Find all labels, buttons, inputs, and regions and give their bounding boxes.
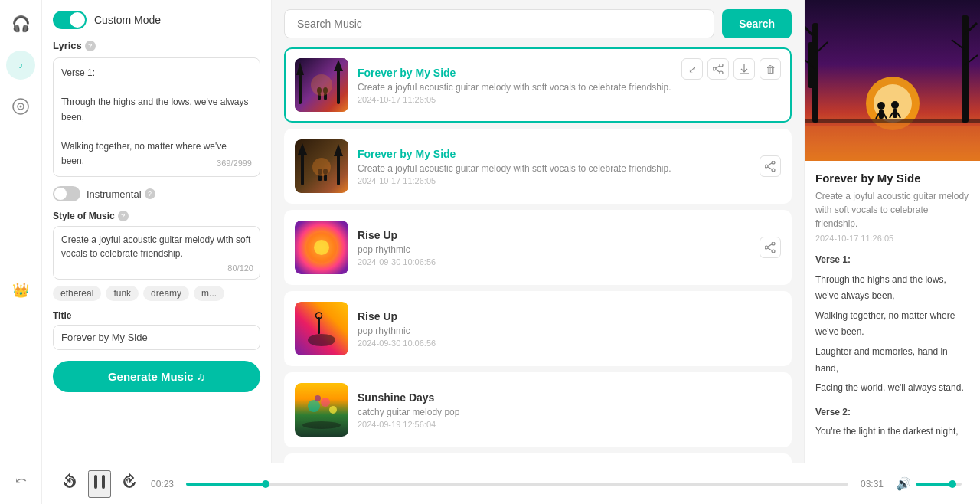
instrumental-row: Instrumental ? [53,186,260,201]
svg-point-33 [772,169,775,172]
svg-rect-85 [102,475,105,489]
song-date-3: 2024-09-30 10:06:56 [358,257,781,267]
song-card-2[interactable]: Forever by My Side Create a joyful acous… [284,129,792,204]
back-icon[interactable]: ⤺ [6,466,35,495]
volume-bar[interactable] [916,483,962,486]
svg-point-14 [311,74,332,96]
svg-point-15 [720,64,723,67]
svg-line-43 [768,244,772,247]
song-card-1[interactable]: Forever by My Side Create a joyful acous… [284,47,792,123]
tag-more[interactable]: m... [194,286,224,301]
song-actions-1: ⤢ 🗑 [681,58,781,80]
search-button[interactable]: Search [722,9,792,38]
search-input[interactable] [284,9,714,38]
lyrics-box[interactable]: Verse 1: Through the highs and the lows,… [53,57,260,177]
skip-forward-icon[interactable]: 15 [120,473,139,495]
svg-point-54 [315,395,321,401]
crown-icon[interactable]: 👑 [6,276,35,305]
svg-point-16 [720,71,723,74]
generate-music-button[interactable]: Generate Music ♫ [53,361,260,392]
song-list: Forever by My Side Create a joyful acous… [272,47,804,504]
lyrics-line-2: Walking together, no matter where we've … [815,308,969,341]
svg-rect-79 [893,109,897,118]
svg-point-51 [308,400,320,412]
share-button-3[interactable] [760,237,781,258]
download-icon[interactable] [733,58,755,80]
song-card-4[interactable]: Rise Up pop rhythmic 2024-09-30 10:06:56 [284,291,792,366]
delete-icon[interactable]: 🗑 [760,58,781,80]
title-input[interactable] [53,325,260,350]
progress-fill [186,483,266,486]
song-desc-5: catchy guitar melody pop [358,407,781,417]
style-box[interactable]: Create a joyful acoustic guitar melody w… [53,226,260,280]
song-desc-3: pop rhythmic [358,244,781,255]
lyrics-section-2: Verse 2: [815,404,969,421]
svg-point-17 [713,67,716,70]
song-thumb-4 [295,302,348,355]
pause-button[interactable] [88,470,111,498]
style-help-icon[interactable]: ? [118,211,129,221]
song-card-3[interactable]: Rise Up pop rhythmic 2024-09-30 10:06:56 [284,210,792,285]
svg-point-46 [308,334,335,346]
style-of-music-label: Style of Music ? [53,211,260,221]
lyrics-content: Verse 1: Through the highs and the lows,… [61,66,252,169]
total-time: 03:31 [861,479,884,489]
skip-back-icon[interactable]: 15 [60,473,79,495]
right-panel: Forever by My Side Create a joyful acous… [804,0,980,504]
svg-rect-84 [94,475,97,489]
song-info-2: Forever by My Side Create a joyful acous… [358,148,781,185]
song-date-4: 2024-09-30 10:06:56 [358,339,781,348]
progress-bar[interactable] [186,483,848,486]
share-button-2[interactable] [760,155,781,177]
progress-dot [262,480,270,488]
svg-rect-23 [301,153,304,185]
svg-line-44 [768,248,772,250]
custom-mode-toggle[interactable] [53,11,87,29]
headphone-icon[interactable]: 🎧 [6,9,35,38]
tag-ethereal[interactable]: ethereal [53,286,101,301]
music-wave-icon[interactable]: ♪ [6,51,35,80]
share-icon[interactable] [707,58,729,80]
svg-line-18 [716,66,720,68]
instrumental-help-icon[interactable]: ? [145,188,155,199]
player-bar: 15 15 00:23 03:31 🔊 [42,463,980,504]
svg-point-4 [20,106,22,108]
right-song-desc: Create a joyful acoustic guitar melody w… [815,189,969,231]
song-thumb-5 [295,383,348,437]
svg-rect-6 [299,74,302,104]
svg-rect-25 [337,155,340,185]
center-panel: Search [272,0,804,504]
svg-point-34 [765,165,768,168]
lyrics-line-5: You're the light in the darkest night, [815,424,969,440]
player-controls: 15 15 [60,470,139,498]
right-song-date: 2024-10-17 11:26:05 [815,234,969,243]
song-card-5[interactable]: Sunshine Days catchy guitar melody pop 2… [284,372,792,447]
svg-point-31 [312,158,331,176]
volume-icon[interactable]: 🔊 [896,476,911,491]
instrumental-toggle[interactable] [53,186,80,201]
right-cover-image [805,0,980,161]
expand-icon[interactable]: ⤢ [681,58,703,80]
song-title-3: Rise Up [358,229,781,241]
lyrics-help-icon[interactable]: ? [85,41,96,51]
vinyl-icon[interactable] [6,92,35,121]
svg-rect-47 [318,317,320,334]
svg-rect-8 [337,70,340,104]
svg-point-41 [772,250,775,253]
svg-rect-75 [879,110,884,119]
lyrics-line-1: Through the highs and the lows, we've al… [815,272,969,305]
volume-fill [916,483,952,486]
song-title-5: Sunshine Days [358,391,781,404]
svg-point-78 [891,101,899,109]
song-desc-4: pop rhythmic [358,326,781,336]
song-thumb-1 [295,58,348,112]
tag-funk[interactable]: funk [106,286,139,301]
right-details: Forever by My Side Create a joyful acous… [805,161,980,451]
song-date-5: 2024-09-19 12:56:04 [358,420,781,429]
volume-group: 🔊 [896,476,962,491]
tag-dreamy[interactable]: dreamy [143,286,189,301]
tags-row: ethereal funk dreamy m... [53,286,260,301]
song-title-2: Forever by My Side [358,148,781,160]
song-date-2: 2024-10-17 11:26:05 [358,176,781,185]
search-bar-row: Search [272,0,804,47]
